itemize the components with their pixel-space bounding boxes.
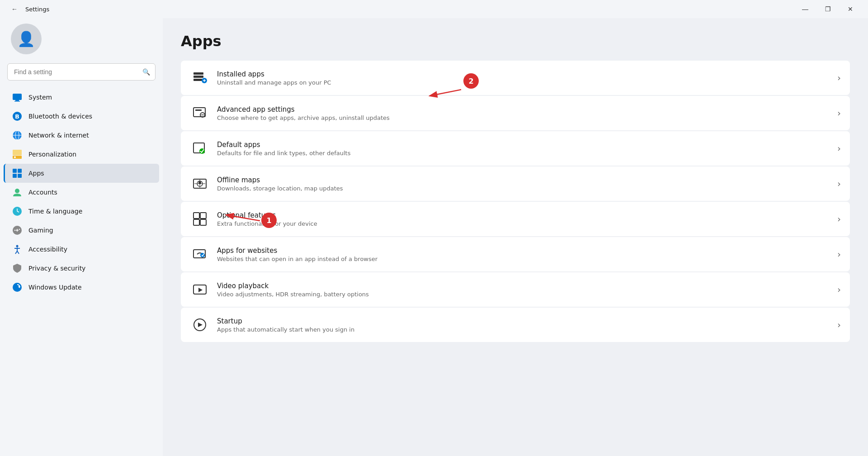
optional-features-text: Optional featuresExtra functionality for…	[217, 211, 830, 227]
advanced-app-settings-title: Advanced app settings	[217, 105, 830, 114]
sidebar-item-personalization[interactable]: Personalization	[4, 145, 159, 164]
sidebar-item-windowsupdate[interactable]: Windows Update	[4, 278, 159, 297]
svg-line-28	[17, 251, 19, 254]
optional-features-desc: Extra functionality for your device	[217, 220, 830, 227]
default-apps-icon	[190, 138, 210, 158]
settings-item-apps-for-websites[interactable]: Apps for websitesWebsites that can open …	[181, 237, 850, 271]
close-button[interactable]: ✕	[840, 2, 861, 16]
accounts-icon	[12, 187, 22, 197]
default-apps-desc: Defaults for file and link types, other …	[217, 150, 830, 157]
sidebar-item-privacy[interactable]: Privacy & security	[4, 259, 159, 278]
advanced-app-settings-icon	[190, 103, 210, 123]
apps-icon	[12, 168, 22, 178]
apps-for-websites-chevron: ›	[837, 249, 841, 260]
video-playback-icon	[190, 280, 210, 299]
network-icon	[12, 130, 22, 140]
sidebar-item-label-time: Time & language	[28, 208, 82, 215]
installed-apps-text: Installed appsUninstall and manage apps …	[217, 70, 830, 86]
svg-rect-14	[18, 174, 22, 178]
settings-item-startup[interactable]: StartupApps that automatically start whe…	[181, 308, 850, 342]
sidebar-item-label-accounts: Accounts	[28, 189, 57, 196]
startup-text: StartupApps that automatically start whe…	[217, 317, 830, 333]
svg-point-23	[19, 229, 20, 230]
offline-maps-text: Offline mapsDownloads, storage location,…	[217, 176, 830, 192]
page-title: Apps	[181, 33, 850, 50]
svg-rect-50	[193, 219, 199, 225]
privacy-icon	[12, 263, 22, 273]
nav-list: SystemBBluetooth & devicesNetwork & inte…	[4, 88, 159, 297]
maximize-button[interactable]: ❐	[817, 2, 838, 16]
sidebar-item-accounts[interactable]: Accounts	[4, 183, 159, 202]
svg-point-24	[16, 245, 19, 247]
svg-rect-13	[13, 174, 17, 178]
back-button[interactable]: ←	[7, 2, 22, 16]
sidebar: 👤 🔍 SystemBBluetooth & devicesNetwork & …	[0, 18, 163, 456]
svg-rect-38	[195, 109, 202, 111]
settings-item-installed-apps[interactable]: Installed appsUninstall and manage apps …	[181, 61, 850, 95]
sidebar-item-label-personalization: Personalization	[28, 151, 76, 158]
windowsupdate-icon	[12, 282, 22, 292]
sidebar-item-accessibility[interactable]: Accessibility	[4, 240, 159, 259]
settings-item-offline-maps[interactable]: Offline mapsDownloads, storage location,…	[181, 166, 850, 201]
apps-for-websites-icon	[190, 244, 210, 264]
search-input[interactable]	[7, 63, 156, 81]
minimize-button[interactable]: —	[795, 2, 816, 16]
search-box[interactable]: 🔍	[7, 63, 156, 81]
svg-rect-2	[14, 101, 20, 102]
gaming-icon	[12, 225, 22, 235]
sidebar-item-network[interactable]: Network & internet	[4, 126, 159, 145]
content-wrapper: Apps Installed appsUninstall and manage …	[163, 18, 868, 456]
sidebar-item-time[interactable]: Time & language	[4, 202, 159, 221]
optional-features-chevron: ›	[837, 214, 841, 224]
badge-1: 1	[261, 213, 277, 228]
main-layout: 👤 🔍 SystemBBluetooth & devicesNetwork & …	[0, 18, 868, 456]
user-profile[interactable]: 👤	[4, 18, 159, 63]
installed-apps-desc: Uninstall and manage apps on your PC	[217, 79, 830, 86]
video-playback-text: Video playbackVideo adjustments, HDR str…	[217, 282, 830, 298]
startup-chevron: ›	[837, 319, 841, 330]
installed-apps-title: Installed apps	[217, 70, 830, 78]
svg-rect-51	[200, 219, 206, 225]
system-icon	[12, 92, 22, 102]
svg-rect-12	[18, 169, 22, 173]
settings-item-default-apps[interactable]: Default appsDefaults for file and link t…	[181, 131, 850, 166]
apps-for-websites-text: Apps for websitesWebsites that can open …	[217, 247, 830, 262]
titlebar: ← Settings — ❐ ✕	[0, 0, 868, 18]
default-apps-chevron: ›	[837, 143, 841, 154]
svg-text:B: B	[15, 113, 19, 120]
svg-marker-57	[198, 323, 203, 327]
svg-rect-0	[13, 94, 22, 100]
settings-item-optional-features[interactable]: Optional featuresExtra functionality for…	[181, 202, 850, 236]
personalization-icon	[12, 149, 22, 159]
settings-item-advanced-app-settings[interactable]: Advanced app settingsChoose where to get…	[181, 96, 850, 130]
back-icon: ←	[11, 5, 18, 13]
optional-features-title: Optional features	[217, 211, 830, 219]
sidebar-item-label-privacy: Privacy & security	[28, 265, 85, 272]
optional-features-icon	[190, 209, 210, 229]
sidebar-item-label-bluetooth: Bluetooth & devices	[28, 113, 92, 120]
svg-marker-55	[198, 288, 203, 292]
settings-item-video-playback[interactable]: Video playbackVideo adjustments, HDR str…	[181, 272, 850, 307]
sidebar-item-system[interactable]: System	[4, 88, 159, 107]
startup-desc: Apps that automatically start when you s…	[217, 326, 830, 333]
offline-maps-icon	[190, 174, 210, 194]
bluetooth-icon: B	[12, 111, 22, 121]
offline-maps-desc: Downloads, storage location, map updates	[217, 185, 830, 192]
startup-icon	[190, 315, 210, 335]
offline-maps-title: Offline maps	[217, 176, 830, 184]
video-playback-desc: Video adjustments, HDR streaming, batter…	[217, 291, 830, 298]
sidebar-item-bluetooth[interactable]: BBluetooth & devices	[4, 107, 159, 126]
titlebar-left: ← Settings	[7, 2, 49, 16]
accessibility-icon	[12, 244, 22, 254]
content-area: Apps Installed appsUninstall and manage …	[163, 18, 868, 456]
person-icon: 👤	[17, 30, 35, 48]
advanced-app-settings-desc: Choose where to get apps, archive apps, …	[217, 114, 830, 121]
sidebar-item-gaming[interactable]: Gaming	[4, 221, 159, 240]
installed-apps-icon	[190, 68, 210, 88]
sidebar-item-apps[interactable]: Apps	[4, 164, 159, 183]
apps-for-websites-desc: Websites that can open in an app instead…	[217, 256, 830, 262]
offline-maps-chevron: ›	[837, 178, 841, 189]
app-title: Settings	[25, 6, 49, 13]
svg-rect-48	[193, 213, 199, 218]
video-playback-chevron: ›	[837, 284, 841, 295]
